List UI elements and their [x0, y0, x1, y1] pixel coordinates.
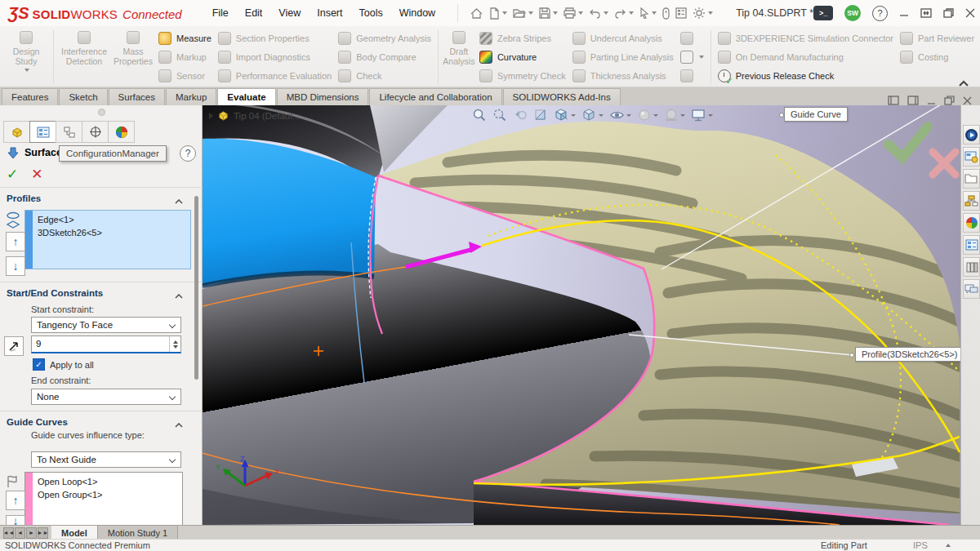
tab-evaluate[interactable]: Evaluate	[217, 88, 275, 105]
unit-system-label[interactable]: IPS	[913, 540, 928, 550]
profile-item-3dsketch[interactable]: 3DSketch26<5>	[38, 226, 185, 239]
tangency-direction-button[interactable]	[4, 336, 24, 356]
tab-lifecycle-collaboration[interactable]: Lifecycle and Collaboration	[369, 88, 501, 105]
guide-curves-list[interactable]: Open Loop<1> Open Group<1>	[24, 472, 183, 526]
tab-features[interactable]: Features	[2, 88, 58, 105]
part-reviewer-button[interactable]: Part Reviewer	[900, 29, 974, 47]
motion-study-tab[interactable]: Motion Study 1	[98, 526, 178, 540]
pm-scrollbar[interactable]	[194, 196, 198, 380]
markup-button[interactable]: Markup	[158, 48, 212, 66]
thickness-analysis-button[interactable]: Thickness Analysis	[572, 67, 674, 85]
view-settings-button[interactable]	[691, 108, 713, 122]
deviation-analysis-button[interactable]	[680, 67, 704, 85]
view-palette-button[interactable]	[963, 191, 980, 211]
menu-edit[interactable]: Edit	[238, 4, 270, 22]
draft-analysis-button[interactable]: Draft Analysis	[442, 28, 476, 87]
dock-pane-right-icon[interactable]	[907, 96, 919, 105]
comments-button[interactable]	[963, 279, 980, 299]
mass-properties-button[interactable]: Mass Properties	[111, 28, 155, 87]
tab-configuration-manager[interactable]	[56, 121, 82, 143]
compare-document-button[interactable]	[680, 29, 704, 47]
home-button[interactable]	[468, 6, 485, 21]
properties-button[interactable]	[674, 6, 688, 20]
tangency-value-spinner[interactable]: 9	[31, 335, 181, 353]
sensor-button[interactable]: Sensor	[158, 67, 212, 85]
symmetry-check-button[interactable]: Symmetry Check	[479, 67, 566, 85]
scroll-right-button[interactable]: ►	[26, 527, 37, 539]
guide-curve-callout[interactable]: Guide Curve	[784, 107, 848, 122]
unit-system-caret[interactable]	[946, 544, 951, 547]
simulation-connector-button[interactable]: 3DEXPERIENCE Simulation Connector	[718, 29, 893, 47]
constraints-section-header[interactable]: Start/End Constraints	[0, 285, 191, 301]
hide-show-items-button[interactable]	[609, 108, 631, 122]
body-compare-button[interactable]: Body Compare	[338, 48, 431, 66]
previous-release-check-button[interactable]: Previous Release Check	[718, 67, 893, 85]
span-displays-button[interactable]	[920, 8, 932, 18]
import-diagnostics-button[interactable]: Import Diagnostics	[218, 48, 332, 66]
interference-detection-button[interactable]: Interference Detection	[57, 28, 111, 87]
scroll-last-button[interactable]: ►►	[38, 527, 48, 539]
terminal-button[interactable]: >_	[813, 6, 833, 20]
view-orientation-button[interactable]	[554, 108, 576, 122]
mouse-gestures-button[interactable]	[661, 6, 671, 21]
move-profile-down-button[interactable]: ↓	[6, 256, 25, 276]
on-demand-manufacturing-button[interactable]: On Demand Manufacturing	[718, 48, 893, 66]
menu-window[interactable]: Window	[392, 4, 443, 22]
select-tool-button[interactable]	[638, 6, 658, 20]
pm-ok-button[interactable]: ✓	[7, 166, 18, 183]
panel-grip[interactable]	[98, 109, 105, 116]
geometry-analysis-button[interactable]: Geometry Analysis	[338, 29, 431, 47]
move-profile-up-button[interactable]: ↑	[6, 232, 25, 251]
save-button[interactable]	[537, 6, 559, 20]
help-button[interactable]: ?	[872, 6, 888, 21]
expand-tree-icon[interactable]	[209, 113, 213, 119]
feature-tree-flyout[interactable]: Tip 04 (Defaul...	[209, 110, 300, 121]
measure-button[interactable]: Measure	[158, 29, 212, 47]
costing-button[interactable]: Costing	[900, 48, 974, 66]
options-gear-button[interactable]	[691, 5, 715, 21]
zoom-to-fit-button[interactable]	[472, 108, 487, 122]
menu-file[interactable]: File	[205, 4, 236, 22]
display-style-button[interactable]	[581, 108, 604, 122]
minimize-document-icon[interactable]	[927, 96, 936, 105]
dock-pane-left-icon[interactable]	[888, 96, 899, 105]
design-study-button[interactable]: Design Study	[2, 28, 50, 87]
model-tab[interactable]: Model	[51, 526, 98, 540]
apply-scene-button[interactable]	[664, 108, 685, 122]
solidworks-account-badge[interactable]: SW	[844, 5, 861, 21]
profile-callout[interactable]: Profile(3DSketch26<5>)	[855, 347, 960, 362]
custom-properties-button[interactable]	[963, 235, 980, 255]
tab-solidworks-addins[interactable]: SOLIDWORKS Add-Ins	[503, 88, 621, 105]
sw-resources-button[interactable]	[963, 147, 980, 167]
pm-help-button[interactable]: ?	[180, 145, 196, 162]
tangency-value[interactable]: 9	[32, 336, 170, 352]
menu-tools[interactable]: Tools	[351, 4, 390, 22]
section-view-button[interactable]	[533, 108, 548, 122]
minimize-button[interactable]	[899, 8, 909, 18]
undo-button[interactable]	[587, 7, 610, 20]
document-manager-button[interactable]	[963, 257, 980, 277]
print-button[interactable]	[562, 6, 585, 20]
apply-to-all-checkbox[interactable]: ✓ Apply to all	[33, 358, 94, 371]
spinner-arrows[interactable]	[170, 336, 180, 352]
influence-type-select[interactable]: To Next Guide	[31, 451, 181, 468]
tangency-arrow-handle[interactable]	[406, 242, 482, 267]
guide-item-open-group[interactable]: Open Group<1>	[38, 488, 177, 501]
graphics-viewport[interactable]: Z X Y Tip 04 (Defaul... Guide Curve	[203, 105, 960, 525]
confirm-cancel-mark[interactable]	[933, 152, 956, 175]
restore-window-button[interactable]	[943, 8, 954, 18]
previous-view-button[interactable]	[513, 108, 528, 122]
check-button[interactable]: Check	[338, 67, 431, 85]
tab-surfaces[interactable]: Surfaces	[109, 88, 165, 105]
end-constraint-select[interactable]: None	[31, 389, 181, 405]
collapse-ribbon-button[interactable]	[959, 75, 969, 82]
scroll-left-button[interactable]: ◄	[15, 527, 25, 539]
pm-cancel-button[interactable]: ✕	[31, 166, 42, 183]
start-constraint-select[interactable]: Tangency To Face	[31, 317, 181, 333]
section-properties-button[interactable]: Section Properties	[218, 29, 332, 47]
tab-dimxpert-manager[interactable]	[82, 121, 108, 143]
performance-evaluation-button[interactable]: Performance Evaluation	[218, 67, 332, 85]
zebra-stripes-button[interactable]: Zebra Stripes	[479, 29, 566, 47]
close-document-icon[interactable]	[963, 96, 972, 105]
verification-button[interactable]	[680, 48, 704, 66]
